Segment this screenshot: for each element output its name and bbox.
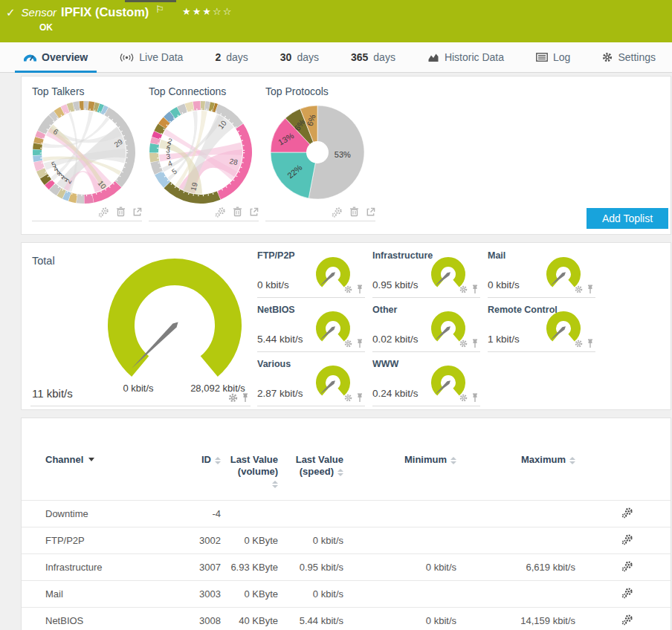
sort-icon xyxy=(215,457,221,464)
protocols-donut-chart[interactable]: 53%22%13%6%6% xyxy=(265,100,369,206)
channel-gauge-value: 0 kbit/s xyxy=(257,279,289,290)
connections-chord-chart[interactable]: 102819543322 xyxy=(149,100,253,206)
table-row[interactable]: FTP/P2P30020 KByte0 kbit/s xyxy=(22,527,671,554)
trash-icon[interactable] xyxy=(116,207,126,217)
column-label: Last Value(speed) xyxy=(296,454,343,477)
pin-icon[interactable] xyxy=(471,393,479,403)
tab-number: 365 xyxy=(351,51,368,63)
toplist-title: Top Connections xyxy=(149,85,259,97)
open-external-icon[interactable] xyxy=(132,207,142,217)
value-cell: 6.93 KByte xyxy=(230,554,287,581)
value-cell: 0 KByte xyxy=(230,581,287,608)
channel-gear-icon[interactable] xyxy=(621,507,633,519)
tab-365-days[interactable]: 365days xyxy=(342,42,404,72)
gear-icon[interactable] xyxy=(228,393,238,403)
channel-name-cell: Infrastructure xyxy=(22,554,170,581)
column-header-channel[interactable]: Channel xyxy=(22,418,170,501)
gear-icon[interactable] xyxy=(575,340,583,348)
column-header-last-value[interactable]: Last Value(volume) xyxy=(230,418,287,501)
tab-log[interactable]: Log xyxy=(527,42,579,72)
value-cell: 0 kbit/s xyxy=(287,581,352,608)
tab-historic-data[interactable]: Historic Data xyxy=(419,42,513,72)
column-header-id[interactable]: ID xyxy=(170,418,230,501)
tab-number: 2 xyxy=(215,51,221,63)
gear-icon[interactable] xyxy=(459,340,468,348)
gear-icon[interactable] xyxy=(98,207,109,218)
tab-30-days[interactable]: 30days xyxy=(271,42,328,72)
object-kind-label: Sensor xyxy=(22,6,57,19)
channel-gauge-value: 0 kbit/s xyxy=(488,279,520,290)
toplist-footer xyxy=(265,206,375,218)
table-row[interactable]: NetBIOS300840 KByte5.44 kbit/s0 kbit/s14… xyxy=(22,608,671,630)
channel-gauge-cell: NetBIOS5.44 kbit/s xyxy=(257,303,365,352)
channel-gauge-cell: WWW0.24 kbit/s xyxy=(372,357,480,406)
sort-icon xyxy=(569,457,575,464)
table-row[interactable]: Downtime-4 xyxy=(22,501,671,527)
pin-icon[interactable] xyxy=(587,339,594,348)
gauge-min-label: 0 kbit/s xyxy=(105,383,172,394)
column-header-last-value[interactable]: Last Value(speed) xyxy=(287,418,352,501)
channel-gauge-value: 0.95 kbit/s xyxy=(372,279,419,290)
gear-icon[interactable] xyxy=(459,394,468,402)
gear-icon[interactable] xyxy=(332,207,343,218)
pin-icon[interactable] xyxy=(356,339,364,348)
sort-icon xyxy=(272,481,278,488)
gear-icon[interactable] xyxy=(344,340,352,348)
channel-gear-icon[interactable] xyxy=(621,587,633,599)
table-row[interactable]: Infrastructure30076.93 KByte0.95 kbit/s0… xyxy=(22,554,671,581)
channel-gauge-cell: Other0.02 kbit/s xyxy=(372,303,480,352)
pin-icon[interactable] xyxy=(242,393,249,403)
gear-icon[interactable] xyxy=(215,207,226,218)
tab-label: Live Data xyxy=(139,51,183,63)
pin-icon[interactable] xyxy=(587,285,594,294)
channel-gear-icon[interactable] xyxy=(621,533,633,545)
open-external-icon[interactable] xyxy=(249,207,259,217)
channel-gear-icon[interactable] xyxy=(621,560,633,572)
pin-icon[interactable] xyxy=(471,285,479,294)
tab-overview[interactable]: Overview xyxy=(15,42,97,72)
tab-2-days[interactable]: 2days xyxy=(206,42,256,72)
tab-label: Settings xyxy=(618,51,656,63)
value-cell: 0 kbit/s xyxy=(287,527,352,554)
column-header-maximum[interactable]: Maximum xyxy=(465,418,584,501)
pin-icon[interactable] xyxy=(356,393,364,403)
column-header-minimum[interactable]: Minimum xyxy=(352,418,465,501)
toplist-cards: Top Talkers29106233445Top Connections102… xyxy=(32,85,660,221)
channel-name-cell: FTP/P2P xyxy=(22,527,170,554)
tab-live-data[interactable]: Live Data xyxy=(111,42,192,72)
connections-chord-chart[interactable]: 29106233445 xyxy=(32,100,136,206)
priority-stars[interactable]: ★★★☆☆ xyxy=(182,6,233,17)
column-label: Minimum xyxy=(404,454,447,465)
tab-settings[interactable]: Settings xyxy=(593,42,665,72)
gauge-icon xyxy=(24,52,36,62)
channel-gauge-value: 2.87 kbit/s xyxy=(257,388,303,399)
add-toplist-button[interactable]: Add Toplist xyxy=(587,208,668,229)
total-gauge-cell: Total 0 kbit/s 28,092 kbit/s 11 kbit/s xyxy=(30,250,251,406)
value-cell: 0 KByte xyxy=(230,527,287,554)
pin-icon[interactable] xyxy=(471,339,479,348)
value-cell xyxy=(352,527,465,554)
pin-icon[interactable] xyxy=(356,285,364,294)
sort-desc-icon xyxy=(88,458,94,461)
trash-icon[interactable] xyxy=(233,207,242,217)
channel-gear-icon[interactable] xyxy=(621,614,633,626)
trash-icon[interactable] xyxy=(349,207,359,217)
gear-icon[interactable] xyxy=(459,285,468,293)
toplist-title: Top Talkers xyxy=(32,85,142,97)
channel-gauge-cell: Infrastructure0.95 kbit/s xyxy=(372,249,480,298)
gear-icon[interactable] xyxy=(344,285,352,293)
total-gauge-chart xyxy=(88,255,261,388)
value-cell: 5.44 kbit/s xyxy=(287,608,352,630)
gear-icon[interactable] xyxy=(344,394,352,402)
value-cell: 3003 xyxy=(170,581,230,608)
flag-icon[interactable]: ⚐ xyxy=(155,4,164,15)
value-cell: 40 KByte xyxy=(230,608,287,630)
channel-gauge-value: 5.44 kbit/s xyxy=(257,334,303,345)
value-cell xyxy=(230,501,287,527)
value-cell: 3008 xyxy=(170,608,230,630)
live-icon xyxy=(120,53,134,62)
browser-artifact xyxy=(125,0,176,2)
open-external-icon[interactable] xyxy=(366,207,375,217)
gear-icon[interactable] xyxy=(575,285,583,293)
table-row[interactable]: Mail30030 KByte0 kbit/s xyxy=(22,581,671,608)
